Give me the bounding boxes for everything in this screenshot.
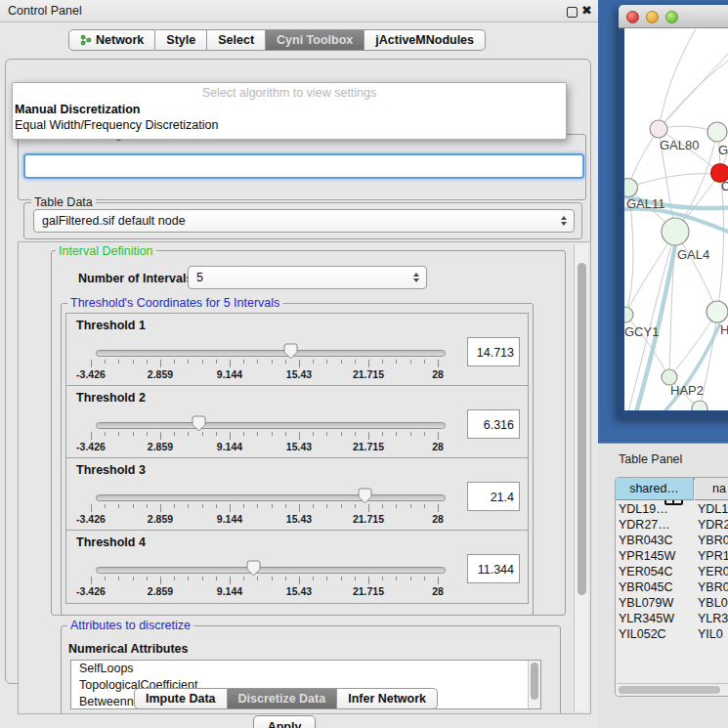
slider-track[interactable]	[96, 422, 446, 429]
tick-mark	[396, 432, 397, 436]
zoom-traffic-light-icon[interactable]	[665, 11, 678, 23]
node-gal11[interactable]	[624, 179, 638, 197]
tick-label: 21.715	[353, 585, 384, 597]
network-view-window[interactable]: GAL80 GA C GAL11 GAL4 GCY1 H HAP2	[619, 5, 728, 418]
tick-mark	[382, 360, 383, 364]
vertical-scrollbar-thumb[interactable]	[578, 263, 586, 595]
network-canvas[interactable]: GAL80 GA C GAL11 GAL4 GCY1 H HAP2	[624, 28, 728, 410]
threshold-value-field[interactable]: 6.316	[467, 409, 520, 439]
network-view-frame: GAL80 GA C GAL11 GAL4 GCY1 H HAP2	[619, 28, 728, 418]
tick-mark	[147, 360, 148, 364]
threshold-row: Threshold 2 -3.4262.8599.14415.4321.7152…	[65, 385, 529, 459]
float-window-icon[interactable]	[567, 7, 578, 18]
slider-track[interactable]	[96, 567, 446, 574]
tab-label: Select	[218, 30, 254, 50]
tick-mark	[105, 360, 106, 364]
node-gal80[interactable]	[650, 120, 667, 138]
tick-mark	[216, 504, 217, 508]
tick-mark	[355, 504, 356, 508]
tab-select[interactable]: Select	[207, 29, 266, 51]
tick-mark	[438, 360, 439, 367]
close-icon[interactable]: ✖	[581, 3, 592, 18]
node-gal4[interactable]	[662, 218, 689, 245]
slider-thumb[interactable]	[246, 560, 261, 577]
network-icon	[80, 34, 92, 46]
slider-thumb[interactable]	[358, 488, 372, 504]
tick-mark	[410, 577, 411, 580]
tick-mark	[272, 360, 273, 364]
tick-mark	[272, 432, 273, 436]
slider-thumb[interactable]	[192, 415, 206, 432]
column-header-shared[interactable]: shared…	[616, 478, 694, 480]
tick-mark	[355, 360, 356, 364]
number-of-intervals-combo[interactable]: 5	[188, 266, 427, 289]
cyni-toolbox-panel: Discretization Algorithm Table Data galF…	[5, 59, 591, 684]
node-label: C	[721, 179, 728, 193]
tick-mark	[326, 504, 327, 508]
tab-network[interactable]: Network	[68, 29, 155, 51]
list-scrollbar-thumb[interactable]	[531, 663, 538, 700]
tick-label: -3.426	[76, 585, 106, 597]
interval-definition-label: Interval Definition	[56, 244, 156, 258]
tick-label: 2.859	[148, 441, 173, 452]
minimize-traffic-light-icon[interactable]	[646, 11, 659, 23]
tab-infer-network[interactable]: Infer Network	[337, 688, 438, 709]
table-data-combo[interactable]: galFiltered.sif default node	[33, 209, 575, 233]
tick-label: 2.859	[148, 513, 173, 525]
threshold-value-field[interactable]: 11.344	[467, 554, 520, 583]
menu-item-manual-discretization[interactable]: Manual Discretization	[15, 103, 141, 116]
tick-mark	[424, 577, 425, 580]
tick-label: 21.715	[353, 441, 384, 452]
tick-mark	[243, 577, 244, 580]
tick-mark	[341, 360, 342, 364]
tick-mark	[368, 432, 369, 440]
tick-mark	[133, 577, 134, 580]
tick-label: 9.144	[217, 368, 242, 380]
tick-mark	[424, 504, 425, 508]
threshold-label: Threshold 4	[76, 535, 146, 549]
threshold-value-field[interactable]: 21.4	[467, 482, 520, 511]
tab-cyni-toolbox[interactable]: Cyni Toolbox	[266, 29, 364, 51]
tick-mark	[230, 360, 231, 367]
tab-label: jActiveMNodules	[375, 30, 474, 50]
tab-style[interactable]: Style	[155, 29, 207, 51]
tick-mark	[118, 360, 119, 364]
tab-impute-data[interactable]: Impute Data	[134, 688, 228, 709]
tick-mark	[160, 432, 161, 440]
slider-track[interactable]	[96, 494, 446, 501]
node-bottom-partial[interactable]	[692, 401, 707, 410]
table-data-label: Table Data	[31, 195, 96, 209]
node-gcy1[interactable]	[624, 307, 633, 322]
apply-button[interactable]: Apply	[253, 715, 316, 728]
slider-thumb[interactable]	[283, 343, 298, 360]
tick-mark	[147, 432, 148, 436]
vertical-scrollbar[interactable]	[574, 244, 588, 711]
threshold-value-field[interactable]: 14.713	[467, 337, 520, 366]
list-scrollbar[interactable]	[528, 661, 540, 708]
tick-mark	[133, 504, 134, 508]
slider-track[interactable]	[96, 350, 446, 357]
menu-item-equal-width-frequency[interactable]: Equal Width/Frequency Discretization	[15, 118, 218, 132]
node-label: GAL80	[660, 138, 699, 152]
network-window-titlebar[interactable]	[619, 5, 728, 28]
tick-mark	[396, 360, 397, 364]
tick-mark	[313, 360, 314, 364]
tab-label: Cyni Toolbox	[277, 30, 353, 50]
tick-mark	[105, 432, 106, 436]
list-item[interactable]: SelfLoops	[71, 661, 540, 677]
algorithm-combo[interactable]	[23, 153, 584, 179]
tick-mark	[105, 504, 106, 508]
table-panel-region: Table Panel ⚙ ☑ ☑ shared… na YDL19… YDL1	[598, 443, 728, 728]
popup-hint-text: Select algorithm to view settings	[13, 86, 566, 100]
node-h[interactable]	[707, 301, 728, 322]
tick-mark	[91, 432, 92, 440]
tab-label: Style	[166, 30, 195, 50]
column-header-name[interactable]: na	[695, 478, 728, 480]
tick-mark	[438, 504, 439, 512]
tab-discretize-data[interactable]: Discretize Data	[228, 688, 338, 709]
node-label: GAL4	[677, 247, 709, 262]
close-traffic-light-icon[interactable]	[626, 11, 639, 23]
tick-mark	[299, 504, 300, 512]
node-top-right[interactable]	[707, 122, 727, 142]
tab-jactivemnodules[interactable]: jActiveMNodules	[364, 29, 486, 51]
